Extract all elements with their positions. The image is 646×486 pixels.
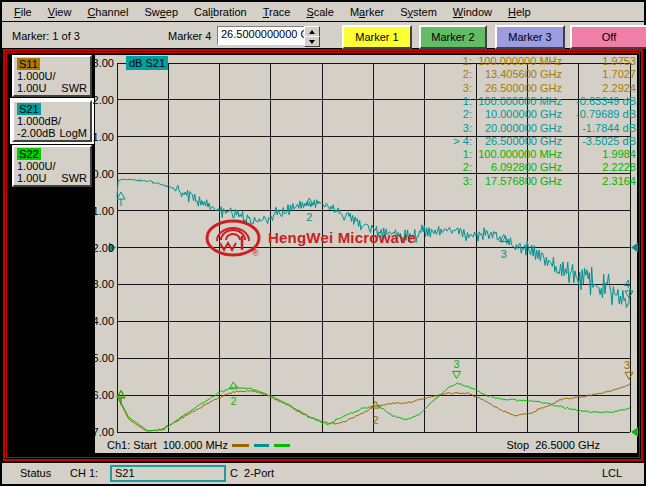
marker4-spinner [304, 26, 318, 45]
marker-readout-row: 3:26.500000 GHz2.2924 [430, 82, 638, 95]
y-tick: 2.00 [68, 94, 114, 106]
s11-format: SWR [61, 82, 87, 94]
menu-trace[interactable]: Trace [255, 4, 299, 20]
menu-bar: FileViewChannelSweepCalibrationTraceScal… [2, 2, 644, 22]
marker4-label: Marker 4 [168, 30, 211, 42]
s21-chip: S21 [17, 103, 41, 115]
y-tick: 0.00 [68, 168, 114, 180]
cal-status: C 2-Port [230, 467, 274, 479]
y-tick: -6.00 [68, 389, 114, 401]
s11-chip: S11 [17, 58, 40, 70]
marker-readout-row: 2:10.000000 GHz-0.79689 dB [430, 108, 638, 121]
marker-readout-row: 3:17.576800 GHz2.3164 [430, 175, 638, 188]
marker1-button[interactable]: Marker 1 [342, 25, 412, 49]
channel-label: CH 1: [70, 467, 98, 479]
marker-readout-row: 1:100.000000 MHz-0.63349 dB [430, 95, 638, 108]
local-mode-indicator: LCL [602, 467, 622, 479]
s22-chip: S22 [17, 148, 41, 160]
marker-readout-row: 3:20.000000 GHz-1.7844 dB [430, 122, 638, 135]
menu-calibration[interactable]: Calibration [186, 4, 255, 20]
s21-scale: 1.000dB/ [14, 115, 90, 127]
marker-readout-row: 1:100.000000 MHz1.9753 [430, 55, 638, 68]
y-tick: -3.00 [68, 278, 114, 290]
menu-help[interactable]: Help [500, 4, 539, 20]
stop-frequency-label: Stop 26.5000 GHz [506, 439, 600, 451]
y-tick: 3.00 [68, 57, 114, 69]
menu-file[interactable]: File [6, 4, 40, 20]
marker-readout-row: 1:100.000000 MHz1.9984 [430, 148, 638, 161]
legend-dash-s22 [274, 444, 290, 447]
y-tick: -5.00 [68, 352, 114, 364]
sidebar-trace-s22-button[interactable]: S22 1.000U/ 1.00U SWR [12, 145, 92, 187]
start-frequency-label: Ch1: Start 100.000 MHz [107, 439, 228, 451]
marker2-button[interactable]: Marker 2 [419, 25, 487, 49]
status-bar: Status CH 1: S21 C 2-Port LCL [2, 463, 644, 484]
marker4-frequency-input[interactable]: 26.5000000000 GHz [217, 26, 305, 45]
menu-scale[interactable]: Scale [298, 4, 342, 20]
marker-readout-row: > 4:26.500000 GHz-3.5025 dB [430, 135, 638, 148]
s11-ref: 1.00U [17, 82, 46, 94]
marker-readout-row: 2:6.092800 GHz2.2228 [430, 161, 638, 174]
y-tick: -4.00 [68, 315, 114, 327]
y-tick: -1.00 [68, 205, 114, 217]
y-tick: -2.00 [68, 242, 114, 254]
menu-system[interactable]: System [392, 4, 445, 20]
menu-marker[interactable]: Marker [342, 4, 392, 20]
trace-format-chip: dB S21 [126, 56, 168, 70]
menu-sweep[interactable]: Sweep [136, 4, 186, 20]
menu-channel[interactable]: Channel [79, 4, 136, 20]
s11-scale: 1.000U/ [14, 70, 90, 82]
s21-ref: -2.00dB [17, 127, 56, 139]
marker-toolbar: Marker: 1 of 3 Marker 4 26.5000000000 GH… [2, 22, 644, 50]
y-tick: -7.00 [68, 426, 114, 438]
y-tick: 1.00 [68, 131, 114, 143]
spinner-down-icon[interactable] [304, 36, 320, 47]
legend-dash-s11 [232, 444, 249, 447]
marker-readout-row: 2:13.405600 GHz1.7027 [430, 68, 638, 81]
menu-view[interactable]: View [40, 4, 80, 20]
logo-text: HengWei Microwave [268, 229, 416, 246]
marker-off-button[interactable]: Off [570, 25, 646, 49]
status-label: Status [20, 467, 51, 479]
marker3-button[interactable]: Marker 3 [495, 25, 565, 49]
menu-window[interactable]: Window [445, 4, 500, 20]
legend-dash-s21 [254, 444, 269, 447]
marker-status-text: Marker: 1 of 3 [12, 30, 80, 42]
s22-ref: 1.00U [17, 172, 46, 184]
measurement-box: S21 [110, 465, 226, 482]
logo-registered-mark: ® [252, 248, 259, 258]
